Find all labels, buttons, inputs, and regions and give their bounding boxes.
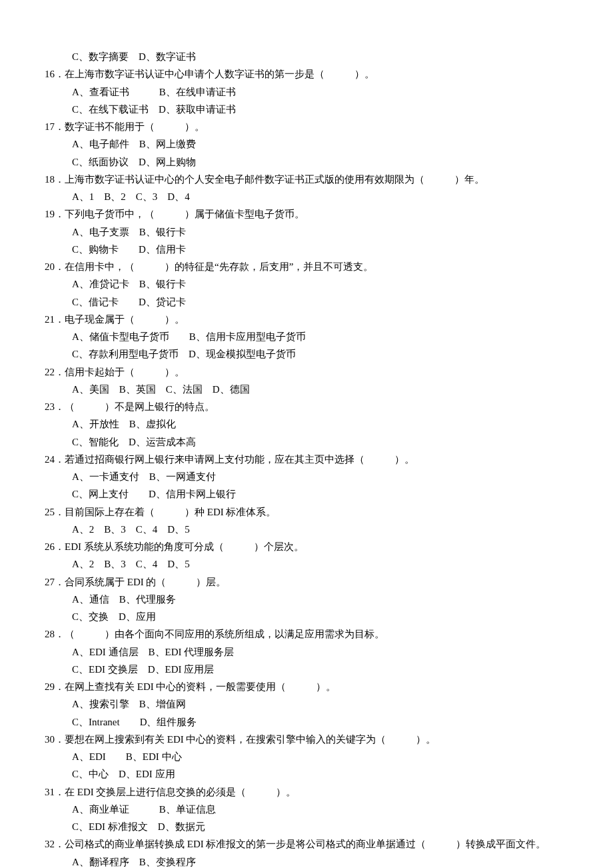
question-text: 目前国际上存在着（ ）种 EDI 标准体系。 bbox=[65, 507, 277, 517]
question-31: 31．在 EDI 交换层上进行信息交换的必须是（ ）。 A、商业单证 B、单证信… bbox=[35, 783, 578, 836]
question-24: 24．若通过招商银行网上银行来申请网上支付功能，应在其主页中选择（ ）。 A、一… bbox=[35, 451, 578, 503]
question-option-line: C、纸面协议 D、网上购物 bbox=[35, 153, 578, 171]
question-text: 在上海市数字证书认证中心申请个人数字证书的第一步是（ ）。 bbox=[65, 69, 374, 79]
question-number: 17． bbox=[45, 118, 65, 135]
question-number: 23． bbox=[45, 398, 65, 415]
question-30: 30．要想在网上搜索到有关 EDI 中心的资料，在搜索引擎中输入的关键字为（ ）… bbox=[35, 731, 578, 783]
question-option-line: C、中心 D、EDI 应用 bbox=[35, 765, 578, 783]
question-text: （ ）不是网上银行的特点。 bbox=[65, 401, 215, 412]
question-29: 29．在网上查找有关 EDI 中心的资料，一般需要使用（ ）。 A、搜索引擎 B… bbox=[35, 678, 578, 731]
question-option-line: C、在线下载证书 D、获取申请证书 bbox=[35, 101, 578, 118]
question-option-line: C、交换 D、应用 bbox=[35, 608, 578, 625]
question-option-line: A、2 B、3 C、4 D、5 bbox=[35, 521, 578, 538]
question-16: 16．在上海市数字证书认证中心申请个人数字证书的第一步是（ ）。 A、查看证书 … bbox=[35, 65, 578, 118]
question-27: 27．合同系统属于 EDI 的（ ）层。 A、通信 B、代理服务 C、交换 D、… bbox=[35, 573, 578, 626]
question-number: 29． bbox=[45, 678, 65, 695]
question-22: 22．信用卡起始于（ ）。 A、美国 B、英国 C、法国 D、德国 bbox=[35, 363, 578, 399]
question-number: 20． bbox=[45, 258, 65, 275]
question-20: 20．在信用卡中，（ ）的特征是“先存款，后支用”，并且不可透支。 A、准贷记卡… bbox=[35, 258, 578, 311]
question-option-line: C、存款利用型电子货币 D、现金模拟型电子货币 bbox=[35, 345, 578, 363]
question-text: EDI 系统从系统功能的角度可分成（ ）个层次。 bbox=[65, 541, 304, 552]
question-option-line: A、查看证书 B、在线申请证书 bbox=[35, 83, 578, 101]
question-number: 31． bbox=[45, 783, 65, 801]
question-option-line: C、购物卡 D、信用卡 bbox=[35, 241, 578, 258]
question-text: （ ）由各个面向不同应用的系统所组成，以满足应用需求为目标。 bbox=[65, 629, 384, 639]
question-19: 19．下列电子货币中，（ ）属于储值卡型电子货币。 A、电子支票 B、银行卡 C… bbox=[35, 205, 578, 258]
question-option-line: A、一卡通支付 B、一网通支付 bbox=[35, 468, 578, 485]
question-number: 18． bbox=[45, 171, 65, 188]
question-number: 21． bbox=[45, 311, 65, 328]
question-option-line: A、开放性 B、虚拟化 bbox=[35, 415, 578, 433]
question-text: 若通过招商银行网上银行来申请网上支付功能，应在其主页中选择（ ）。 bbox=[65, 454, 414, 465]
question-option-line: C、网上支付 D、信用卡网上银行 bbox=[35, 485, 578, 503]
question-text: 信用卡起始于（ ）。 bbox=[65, 367, 185, 377]
question-option-line: C、EDI 标准报文 D、数据元 bbox=[35, 818, 578, 835]
question-18: 18．上海市数字证书认证中心的个人安全电子邮件数字证书正式版的使用有效期限为（ … bbox=[35, 171, 578, 206]
question-25: 25．目前国际上存在着（ ）种 EDI 标准体系。 A、2 B、3 C、4 D、… bbox=[35, 503, 578, 539]
question-number: 25． bbox=[45, 503, 65, 521]
question-option-line: A、电子支票 B、银行卡 bbox=[35, 223, 578, 241]
question-option-line: A、2 B、3 C、4 D、5 bbox=[35, 555, 578, 573]
question-text: 要想在网上搜索到有关 EDI 中心的资料，在搜索引擎中输入的关键字为（ ）。 bbox=[65, 734, 436, 745]
question-option-line: A、准贷记卡 B、银行卡 bbox=[35, 275, 578, 293]
question-17: 17．数字证书不能用于（ ）。 A、电子邮件 B、网上缴费 C、纸面协议 D、网… bbox=[35, 118, 578, 171]
question-number: 32． bbox=[45, 835, 65, 853]
question-option-line: C、借记卡 D、贷记卡 bbox=[35, 293, 578, 311]
question-option-line: A、搜索引擎 B、增值网 bbox=[35, 695, 578, 713]
question-28: 28．（ ）由各个面向不同应用的系统所组成，以满足应用需求为目标。 A、EDI … bbox=[35, 625, 578, 678]
question-number: 24． bbox=[45, 451, 65, 468]
question-number: 30． bbox=[45, 731, 65, 748]
question-option-line: A、电子邮件 B、网上缴费 bbox=[35, 135, 578, 153]
question-option-line: A、EDI B、EDI 中心 bbox=[35, 748, 578, 765]
question-option-line: A、EDI 通信层 B、EDI 代理服务层 bbox=[35, 643, 578, 661]
question-option-line: A、通信 B、代理服务 bbox=[35, 591, 578, 608]
question-number: 16． bbox=[45, 65, 65, 83]
question-text: 数字证书不能用于（ ）。 bbox=[65, 121, 205, 132]
question-option-line: C、EDI 交换层 D、EDI 应用层 bbox=[35, 661, 578, 678]
question-number: 27． bbox=[45, 573, 65, 591]
question-32: 32．公司格式的商业单据转换成 EDI 标准报文的第一步是将公司格式的商业单据通… bbox=[35, 835, 578, 868]
question-option-line: A、储值卡型电子货币 B、信用卡应用型电子货币 bbox=[35, 328, 578, 345]
question-option-line: A、商业单证 B、单证信息 bbox=[35, 801, 578, 818]
question-number: 28． bbox=[45, 625, 65, 643]
question-text: 在信用卡中，（ ）的特征是“先存款，后支用”，并且不可透支。 bbox=[65, 261, 373, 272]
question-text: 电子现金属于（ ）。 bbox=[65, 314, 185, 325]
question-option-line: A、1 B、2 C、3 D、4 bbox=[35, 188, 578, 205]
question-text: 下列电子货币中，（ ）属于储值卡型电子货币。 bbox=[65, 209, 305, 219]
question-text: 在网上查找有关 EDI 中心的资料，一般需要使用（ ）。 bbox=[65, 681, 336, 692]
question-option-line: A、翻译程序 B、变换程序 bbox=[35, 853, 578, 869]
orphan-options: C、数字摘要 D、数字证书 bbox=[35, 48, 578, 65]
question-text: 上海市数字证书认证中心的个人安全电子邮件数字证书正式版的使用有效期限为（ ）年。 bbox=[65, 174, 484, 185]
question-number: 26． bbox=[45, 538, 65, 555]
question-option-line: A、美国 B、英国 C、法国 D、德国 bbox=[35, 381, 578, 398]
question-26: 26．EDI 系统从系统功能的角度可分成（ ）个层次。 A、2 B、3 C、4 … bbox=[35, 538, 578, 573]
question-text: 合同系统属于 EDI 的（ ）层。 bbox=[65, 577, 227, 587]
question-option-line: C、智能化 D、运营成本高 bbox=[35, 433, 578, 451]
question-21: 21．电子现金属于（ ）。 A、储值卡型电子货币 B、信用卡应用型电子货币 C、… bbox=[35, 311, 578, 363]
question-23: 23．（ ）不是网上银行的特点。 A、开放性 B、虚拟化 C、智能化 D、运营成… bbox=[35, 398, 578, 451]
question-option-line: C、Intranet D、组件服务 bbox=[35, 713, 578, 731]
question-number: 19． bbox=[45, 205, 65, 223]
question-text: 公司格式的商业单据转换成 EDI 标准报文的第一步是将公司格式的商业单据通过（ … bbox=[65, 839, 546, 849]
question-number: 22． bbox=[45, 363, 65, 381]
question-text: 在 EDI 交换层上进行信息交换的必须是（ ）。 bbox=[65, 787, 297, 797]
